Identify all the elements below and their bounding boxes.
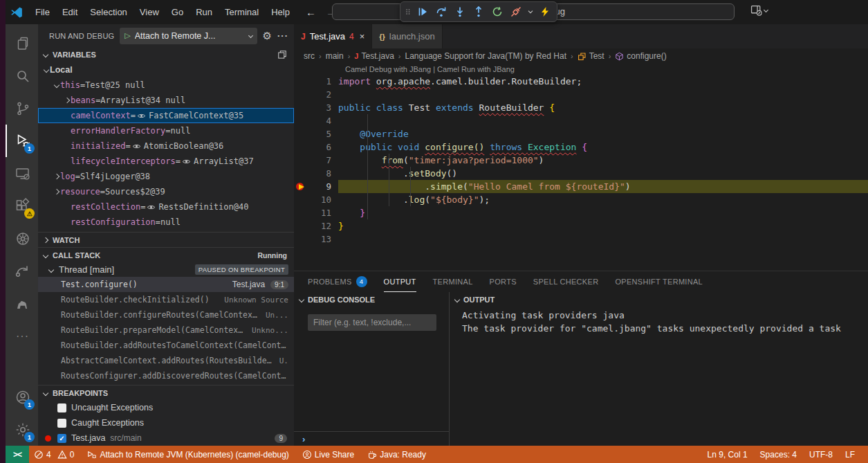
activity-openshift[interactable] [6,255,38,287]
code-line-6[interactable]: 6 public void configure() throws Excepti… [294,140,868,154]
status-java-status[interactable]: Java: Ready [362,450,434,460]
code-text[interactable] [338,233,868,246]
call-stack-section-header[interactable]: CALL STACK Running [38,247,294,262]
activity-run-and-debug[interactable]: 1 [6,125,38,157]
breadcrumb-item[interactable]: Test [578,51,604,61]
breakpoint-zone[interactable] [294,88,309,101]
status-live-share[interactable]: Live Share [297,450,362,460]
code-text[interactable]: public class Test extends RouteBuilder { [338,101,868,114]
stack-frame[interactable]: RouteBuilder.prepareModel(CamelContext)U… [38,323,294,338]
code-text[interactable]: } [338,219,868,233]
activity-remote-explorer[interactable] [6,157,38,190]
breakpoint-zone[interactable] [294,193,309,206]
breadcrumb-item[interactable]: configure() [615,51,666,61]
stack-frame[interactable]: RoutesConfigurer.addDiscoveredRoutes(Cam… [38,368,294,382]
breakpoint-checkbox[interactable] [57,403,66,412]
panel-tab-openshift-terminal[interactable]: OPENSHIFT TERMINAL [615,271,703,292]
breadcrumb-item[interactable]: src [304,51,315,61]
code-line-11[interactable]: 11 } [294,206,868,219]
status-encoding[interactable]: UTF-8 [803,450,839,460]
panel-tab-ports[interactable]: PORTS [490,271,517,292]
close-icon[interactable]: × [360,31,365,42]
remote-indicator[interactable]: >< [6,446,29,463]
code-line-5[interactable]: 5 @Override [294,127,868,140]
variable-row[interactable]: errorHandlerFactory = null [38,123,294,138]
code-line-8[interactable]: 8 .setBody() [294,167,868,180]
panel-tab-terminal[interactable]: TERMINAL [433,271,473,292]
breakpoint-zone[interactable] [294,75,309,88]
status-problems-summary[interactable]: 40 [29,450,82,460]
breakpoint-checkbox[interactable]: ✓ [57,434,66,443]
stack-frame[interactable]: RouteBuilder.addRoutesToCamelContext(Cam… [38,338,294,353]
step-over-icon[interactable] [433,3,450,20]
code-line-13[interactable]: 13 [294,233,868,246]
variable-row[interactable]: log = Slf4jLogger@38 [38,169,294,184]
menu-terminal[interactable]: Terminal [219,4,265,20]
panel-tab-output[interactable]: OUTPUT [384,271,416,292]
breakpoint-zone[interactable] [294,127,309,140]
code-text[interactable] [338,114,868,127]
start-debug-icon[interactable]: ▷ [124,31,130,40]
gutter[interactable]: 7 [294,154,338,167]
tab-test-java[interactable]: JTest.java4× [294,24,372,48]
panel-tab-problems[interactable]: PROBLEMS4 [308,271,367,292]
code-text[interactable]: } [338,206,868,219]
panel-tab-spell-checker[interactable]: SPELL CHECKER [533,271,599,292]
gutter[interactable]: 3 [294,101,338,114]
stack-frame[interactable]: Test.configure()Test.java9:1 [38,277,294,292]
lazy-eval-eye-icon[interactable] [147,203,156,212]
chevron-right-icon[interactable] [53,174,60,179]
chevron-right-icon[interactable] [53,190,60,194]
variable-row[interactable]: Local [38,62,294,78]
code-text[interactable]: .setBody() [338,167,868,180]
code-line-12[interactable]: 12} [294,219,868,233]
thread-row[interactable]: Thread [main] PAUSED ON BREAKPOINT [38,262,294,277]
code-line-1[interactable]: 1import org.apache.camel.builder.RouteBu… [294,75,868,88]
gutter[interactable]: 9 [294,180,338,193]
lazy-eval-eye-icon[interactable] [132,142,141,151]
gutter[interactable]: 11 [294,206,338,219]
codelens-actions[interactable]: Camel Debug with JBang | Camel Run with … [294,64,868,75]
code-editor[interactable]: Camel Debug with JBang | Camel Run with … [294,64,868,271]
output-log[interactable]: Activating task providers javaThe task p… [450,307,868,335]
breadcrumb-item[interactable]: JTest.java [354,51,394,61]
debug-settings-gear-icon[interactable]: ⚙ [263,30,272,42]
code-line-4[interactable]: 4 [294,114,868,127]
gutter[interactable]: 5 [294,127,338,140]
code-text[interactable]: import org.apache.camel.builder.RouteBui… [338,75,868,88]
lazy-eval-eye-icon[interactable] [137,111,146,120]
breakpoint-zone[interactable] [294,140,309,154]
step-into-icon[interactable] [452,3,468,20]
menu-view[interactable]: View [133,4,165,20]
activity-kubernetes[interactable] [6,222,38,255]
code-text[interactable]: @Override [338,127,868,140]
variable-row[interactable]: beans = ArrayList@34 null [38,93,294,108]
chevron-down-icon[interactable] [53,83,60,87]
current-breakpoint-icon[interactable] [294,180,309,193]
activity-extensions[interactable]: ⚠ [6,190,38,222]
variable-row[interactable]: restConfiguration = null [38,215,294,230]
variable-row[interactable]: lifecycleInterceptors = ArrayList@37 [38,154,294,169]
breadcrumb-item[interactable]: Language Support for Java(TM) by Red Hat [405,51,566,61]
gutter[interactable]: 1 [294,75,338,88]
activity-search[interactable] [6,60,38,92]
tab-launch-json[interactable]: {}launch.json [372,24,442,48]
debug-config-dropdown[interactable]: ▷ Attach to Remote J... [120,28,257,44]
gutter[interactable]: 4 [294,114,338,127]
copy-value-icon[interactable] [277,50,287,60]
chevron-down-icon[interactable] [42,68,50,72]
breakpoint-row[interactable]: ✓Test.javasrc/main9 [38,430,294,446]
breakpoint-zone[interactable] [294,206,309,219]
disconnect-dropdown-icon[interactable] [526,3,535,20]
back-icon[interactable]: ← [306,6,316,18]
status-indentation[interactable]: Spaces: 4 [754,450,803,460]
debug-console-header[interactable]: DEBUG CONSOLE [294,292,449,307]
status-cursor-position[interactable]: Ln 9, Col 1 [701,450,754,460]
disconnect-icon[interactable] [508,3,524,20]
menu-file[interactable]: File [29,4,56,20]
gutter[interactable]: 8 [294,167,338,180]
menu-run[interactable]: Run [190,4,219,20]
menu-go[interactable]: Go [165,4,190,20]
variables-section-header[interactable]: VARIABLES [38,47,294,62]
gutter[interactable]: 12 [294,219,338,233]
